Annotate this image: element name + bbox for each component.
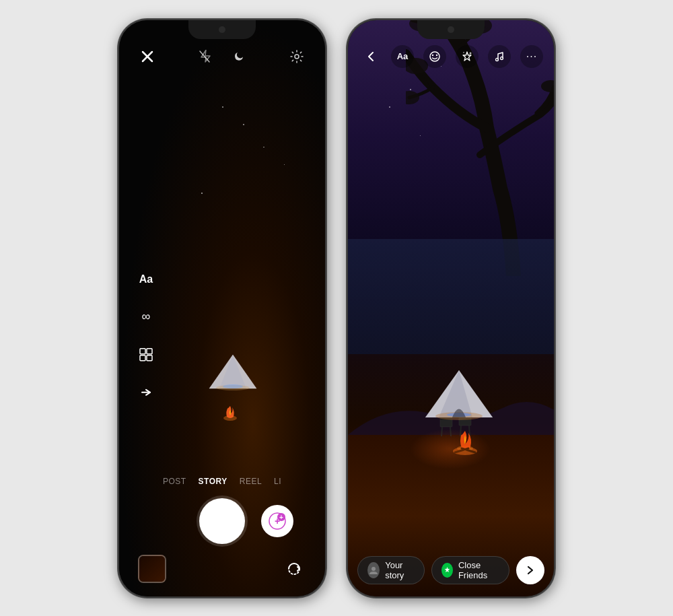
camera-left-controls: Aa ∞ xyxy=(134,267,158,404)
your-story-button[interactable]: Your story xyxy=(357,556,425,584)
tab-live[interactable]: LI xyxy=(274,477,281,486)
tab-reel[interactable]: REEL xyxy=(240,477,262,486)
more-options-button[interactable] xyxy=(134,380,158,404)
svg-point-45 xyxy=(371,567,376,571)
night-mode-icon[interactable] xyxy=(227,44,252,69)
gallery-thumbnail[interactable] xyxy=(138,555,166,583)
camera-bottom-area: POST STORY REEL LI + + xyxy=(119,477,325,596)
effects-button[interactable] xyxy=(456,45,479,68)
tab-post[interactable]: POST xyxy=(163,477,186,486)
svg-point-18 xyxy=(406,91,419,104)
svg-rect-10 xyxy=(147,348,152,353)
story-top-bar: Aa xyxy=(348,44,554,69)
svg-point-42 xyxy=(463,52,464,53)
next-button[interactable] xyxy=(516,556,544,584)
svg-rect-9 xyxy=(140,348,145,353)
tab-story[interactable]: STORY xyxy=(199,477,227,486)
flip-camera-button[interactable] xyxy=(282,557,306,581)
music-button[interactable] xyxy=(488,45,511,68)
svg-point-44 xyxy=(501,57,503,59)
svg-rect-11 xyxy=(140,355,145,360)
camera-top-bar xyxy=(119,44,325,69)
close-friends-icon xyxy=(441,563,453,578)
back-button[interactable] xyxy=(359,44,383,69)
svg-point-7 xyxy=(223,384,243,388)
story-screen: Aa xyxy=(348,20,554,596)
camera-screen: Aa ∞ xyxy=(119,20,325,596)
left-phone: Aa ∞ xyxy=(118,19,326,598)
svg-point-38 xyxy=(430,52,439,61)
svg-point-43 xyxy=(496,58,499,61)
svg-point-39 xyxy=(432,54,433,55)
story-background xyxy=(348,20,554,596)
text-tool-button[interactable]: Aa xyxy=(391,45,414,68)
svg-point-21 xyxy=(541,80,554,92)
layout-button[interactable] xyxy=(134,342,158,366)
water-area xyxy=(348,239,554,354)
story-bottom-bar: Your story Close Friends xyxy=(348,556,554,584)
close-friends-label: Close Friends xyxy=(458,560,499,580)
svg-point-20 xyxy=(468,20,492,34)
bottom-gallery-row xyxy=(119,555,325,583)
create-plus-button[interactable]: + + xyxy=(261,505,293,537)
more-button[interactable]: ··· xyxy=(520,45,543,68)
your-story-label: Your story xyxy=(385,560,415,580)
fire-glow xyxy=(410,429,491,469)
svg-rect-12 xyxy=(147,355,152,360)
svg-text:+: + xyxy=(279,514,283,521)
tent-image-right xyxy=(422,367,496,423)
svg-point-41 xyxy=(470,52,472,54)
svg-point-19 xyxy=(409,20,436,32)
sticker-button[interactable] xyxy=(423,45,446,68)
text-tool-button[interactable]: Aa xyxy=(134,267,158,291)
svg-point-40 xyxy=(436,54,437,55)
flash-off-icon[interactable] xyxy=(192,44,217,69)
campfire-image xyxy=(220,405,240,423)
settings-icon[interactable] xyxy=(285,44,309,69)
shutter-button[interactable] xyxy=(199,498,245,544)
shutter-row: + + xyxy=(119,498,325,544)
boomerang-button[interactable]: ∞ xyxy=(134,304,158,329)
mode-tabs: POST STORY REEL LI xyxy=(119,477,325,486)
user-avatar xyxy=(367,562,380,578)
right-phone: Aa xyxy=(347,19,555,598)
close-friends-button[interactable]: Close Friends xyxy=(431,556,509,584)
story-top-icons: Aa xyxy=(391,45,543,68)
svg-point-3 xyxy=(295,55,299,59)
close-button[interactable] xyxy=(135,44,160,69)
tent-image xyxy=(206,351,260,395)
